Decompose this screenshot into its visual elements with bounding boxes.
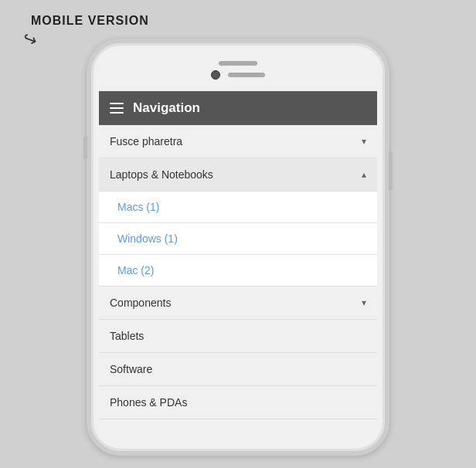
menu-item-laptops[interactable]: Laptops & Notebooks ▴	[99, 158, 377, 192]
page-title: MOBILE VERSION	[31, 14, 149, 28]
phone-bottom	[91, 419, 385, 450]
menu-item-software[interactable]: Software	[99, 353, 377, 386]
chevron-up-icon: ▴	[362, 169, 366, 180]
chevron-down-icon: ▾	[362, 136, 366, 147]
sensor	[228, 73, 265, 77]
chevron-down-icon: ▾	[362, 297, 366, 308]
menu-item-tablets[interactable]: Tablets	[99, 320, 377, 353]
sub-item-mac2[interactable]: Mac (2)	[99, 255, 377, 287]
camera-row	[211, 70, 265, 80]
hamburger-line	[110, 107, 124, 109]
phone-top	[91, 43, 385, 91]
speaker	[219, 61, 257, 66]
hamburger-line	[110, 103, 124, 104]
phone-frame: Navigation Fusce pharetra ▾ Laptops & No…	[87, 39, 389, 456]
menu-item-fusce[interactable]: Fusce pharetra ▾	[99, 125, 377, 158]
camera	[211, 70, 220, 80]
sub-item-windows[interactable]: Windows (1)	[99, 223, 377, 255]
menu-item-label: Phones & PDAs	[110, 396, 187, 409]
menu-item-label: Laptops & Notebooks	[110, 168, 213, 181]
nav-header: Navigation	[99, 91, 377, 125]
sub-item-macs[interactable]: Macs (1)	[99, 192, 377, 223]
hamburger-line	[110, 112, 124, 114]
menu-item-label: Software	[110, 363, 152, 375]
hamburger-icon[interactable]	[110, 103, 124, 114]
menu-item-components[interactable]: Components ▾	[99, 287, 377, 320]
menu-item-label: Tablets	[110, 330, 144, 342]
side-button-left	[83, 136, 87, 159]
arrow-icon: ↩	[20, 28, 40, 52]
menu-item-label: Components	[110, 297, 171, 309]
menu-list: Fusce pharetra ▾ Laptops & Notebooks ▴ M…	[99, 125, 377, 419]
side-button-right	[389, 151, 393, 190]
phone-screen: Navigation Fusce pharetra ▾ Laptops & No…	[99, 91, 377, 419]
nav-title: Navigation	[133, 100, 200, 116]
menu-item-label: Fusce pharetra	[110, 135, 182, 148]
menu-item-phones[interactable]: Phones & PDAs	[99, 386, 377, 419]
